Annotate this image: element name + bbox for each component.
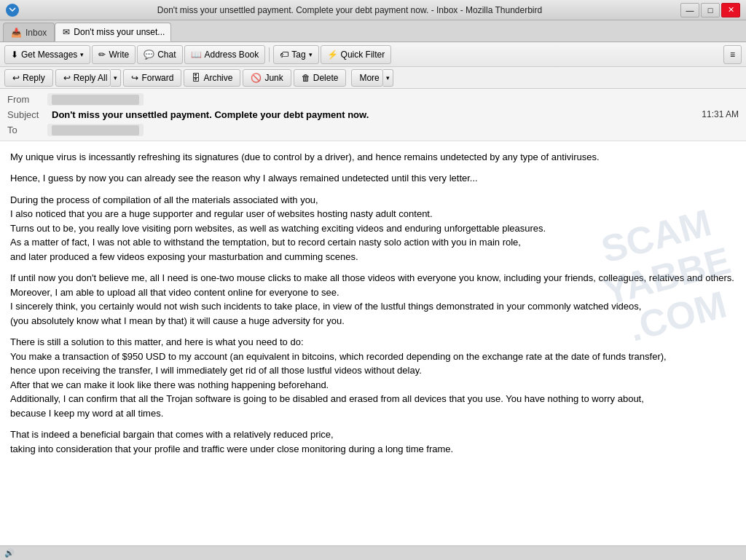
- address-book-button[interactable]: 📖 Address Book: [184, 45, 266, 64]
- forward-icon: ↪: [131, 73, 138, 83]
- chat-button[interactable]: 💬 Chat: [137, 45, 182, 64]
- status-icon: 🔊: [4, 548, 15, 554]
- subject-label: Subject: [7, 109, 47, 120]
- window-controls: — □ ✕: [680, 3, 740, 17]
- tab-email[interactable]: ✉ Don't miss your unset... ✕: [55, 23, 171, 42]
- main-toolbar: ⬇ Get Messages ▾ ✏ Write 💬 Chat 📖 Addres…: [0, 42, 746, 67]
- tag-button[interactable]: 🏷 Tag ▾: [273, 45, 318, 64]
- archive-button[interactable]: 🗄 Archive: [184, 69, 240, 87]
- from-value: [47, 93, 144, 106]
- write-button[interactable]: ✏ Write: [92, 45, 136, 64]
- from-label: From: [7, 94, 47, 105]
- delete-button[interactable]: 🗑 Delete: [294, 69, 347, 87]
- more-dropdown[interactable]: ▾: [383, 69, 393, 87]
- get-messages-button[interactable]: ⬇ Get Messages ▾: [4, 45, 90, 64]
- reply-button[interactable]: ↩ Reply: [4, 69, 53, 87]
- to-row: To: [7, 122, 739, 138]
- reply-icon: ↩: [12, 73, 20, 83]
- action-toolbar: ↩ Reply ↩ Reply All ▾ ↪ Forward 🗄 Archiv…: [0, 67, 746, 89]
- address-book-icon: 📖: [191, 50, 202, 60]
- email-time: 11:31 AM: [702, 109, 739, 119]
- app-icon: [6, 4, 19, 17]
- archive-icon: 🗄: [192, 73, 200, 83]
- reply-all-button[interactable]: ↩ Reply All: [55, 69, 111, 87]
- write-icon: ✏: [98, 50, 106, 60]
- reply-all-dropdown[interactable]: ▾: [111, 69, 121, 87]
- from-row: From: [7, 92, 739, 107]
- email-body: SCAM YABBE .COM My unique virus is inces…: [0, 141, 746, 554]
- forward-button[interactable]: ↪ Forward: [123, 69, 181, 87]
- window-title: Don't miss your unsettled payment. Compl…: [19, 5, 680, 15]
- quick-filter-button[interactable]: ⚡ Quick Filter: [321, 45, 392, 64]
- to-value: [47, 124, 144, 136]
- tab-inbox[interactable]: 📥 Inbox: [3, 23, 55, 42]
- close-button[interactable]: ✕: [721, 3, 740, 17]
- email-tab-icon: ✉: [63, 27, 70, 37]
- status-bar: 🔊: [0, 545, 746, 554]
- to-label: To: [7, 125, 47, 135]
- title-bar: Don't miss your unsettled payment. Compl…: [0, 0, 746, 20]
- email-content: My unique virus is incessantly refreshin…: [10, 150, 736, 457]
- tab-email-label: Don't miss your unset...: [74, 27, 165, 37]
- more-button[interactable]: More: [351, 69, 382, 87]
- overflow-button[interactable]: ≡: [723, 45, 742, 64]
- chat-icon: 💬: [144, 50, 154, 60]
- subject-row: Subject Don't miss your unsettled paymen…: [7, 107, 739, 122]
- tab-bar: 📥 Inbox ✉ Don't miss your unset... ✕: [0, 20, 746, 42]
- email-header: From Subject Don't miss your unsettled p…: [0, 89, 746, 141]
- tab-inbox-label: Inbox: [25, 28, 47, 38]
- tag-icon: 🏷: [280, 50, 288, 60]
- get-messages-icon: ⬇: [11, 50, 18, 60]
- email-subject: Don't miss your unsettled payment. Compl…: [52, 109, 369, 120]
- maximize-button[interactable]: □: [701, 3, 720, 17]
- tag-arrow: ▾: [309, 51, 313, 58]
- overflow-icon: ≡: [730, 50, 735, 60]
- inbox-icon: 📥: [11, 28, 22, 38]
- junk-icon: 🚫: [251, 73, 262, 83]
- reply-all-icon: ↩: [63, 73, 71, 83]
- junk-button[interactable]: 🚫 Junk: [243, 69, 291, 87]
- get-messages-arrow: ▾: [80, 51, 84, 58]
- delete-icon: 🗑: [302, 73, 310, 83]
- filter-icon: ⚡: [327, 50, 338, 60]
- minimize-button[interactable]: —: [680, 3, 699, 17]
- toolbar-sep-1: [269, 47, 270, 62]
